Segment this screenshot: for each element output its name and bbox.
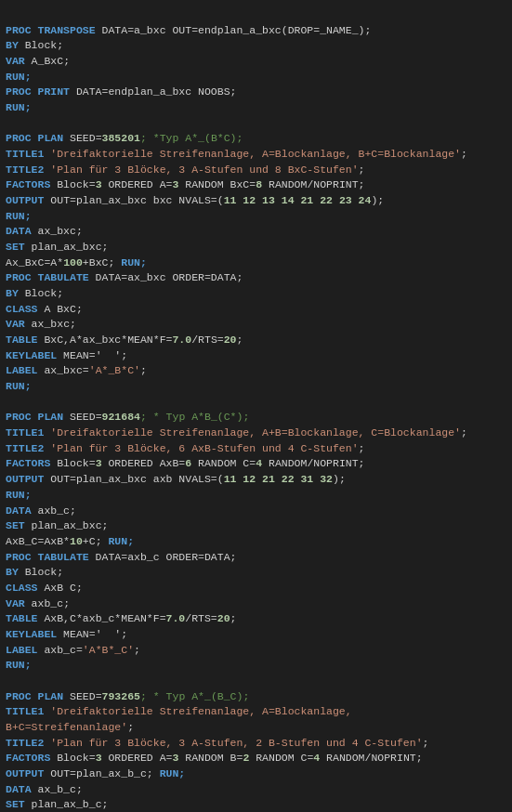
code-line: RUN;	[6, 379, 506, 395]
code-segment: ORDERED A=	[102, 178, 173, 190]
code-segment: BxC,A*ax_bxc*MEAN*F=	[38, 334, 173, 346]
code-segment: SEED=	[63, 690, 101, 702]
code-segment: OUTPUT	[6, 473, 44, 485]
code-segment: axb_c;	[25, 597, 70, 609]
code-line: FACTORS Block=3 ORDERED A=3 RANDOM B=2 R…	[6, 751, 506, 766]
code-segment: RANDOM C=	[249, 752, 313, 764]
code-segment: PROC PLAN	[6, 690, 63, 702]
code-line: FACTORS Block=3 ORDERED AxB=6 RANDOM C=4…	[6, 456, 506, 472]
code-segment: 921684	[102, 411, 140, 423]
code-segment: DATA	[6, 504, 32, 517]
code-line: BY Block;	[6, 38, 506, 54]
code-line: TITLE1 'Dreifaktorielle Streifenanlage, …	[6, 426, 506, 441]
code-segment: 3	[96, 178, 102, 190]
code-segment: ;	[423, 737, 429, 749]
code-segment: 'Plan für 3 Blöcke, 6 AxB-Stufen und 4 C…	[50, 442, 358, 454]
code-segment: 'Dreifaktorielle Streifenanlage, A=Block…	[50, 705, 351, 717]
code-segment: ORDERED A=	[102, 752, 173, 764]
code-segment: PROC PRINT	[6, 85, 70, 98]
code-segment: PROC PLAN	[6, 411, 63, 423]
code-segment: /RTS=	[185, 612, 217, 624]
code-segment: SET	[6, 519, 25, 531]
code-line: PROC PLAN SEED=921684; * Typ A*B_(C*);	[6, 410, 506, 426]
code-segment: VAR	[6, 55, 25, 67]
code-segment: A BxC;	[38, 303, 83, 315]
code-segment: 20	[217, 612, 230, 624]
code-segment: Block=	[50, 752, 95, 764]
code-line: LABEL ax_bxc='A*_B*C';	[6, 363, 506, 379]
code-segment: ax_bxc;	[32, 225, 83, 237]
code-line: PROC PLAN SEED=385201; *Typ A*_(B*C);	[6, 131, 506, 147]
code-line: VAR ax_bxc;	[6, 317, 506, 333]
code-segment: axb_c;	[32, 504, 76, 517]
code-line: KEYLABEL MEAN=' ';	[6, 627, 506, 643]
code-segment: TABLE	[6, 612, 38, 624]
code-segment: BY	[6, 287, 19, 299]
code-line: TITLE1 'Dreifaktorielle Streifenanlage, …	[6, 147, 506, 163]
code-segment: A_BxC;	[25, 55, 70, 67]
code-segment: plan_ax_bxc;	[25, 519, 109, 531]
code-segment: Block=	[50, 178, 95, 190]
code-segment: RUN;	[6, 210, 32, 222]
code-segment: VAR	[6, 318, 25, 330]
code-segment: TABLE	[6, 334, 38, 346]
code-segment: OUTPUT	[6, 767, 44, 779]
code-segment: RANDOM/NOPRINT;	[262, 457, 364, 469]
code-segment: 100	[63, 256, 83, 268]
code-segment: ;	[230, 612, 237, 624]
code-line: SET plan_ax_bxc;	[6, 518, 506, 534]
code-line: CLASS A BxC;	[6, 302, 506, 318]
code-line: FACTORS Block=3 ORDERED A=3 RANDOM BxC=8…	[6, 177, 506, 193]
code-segment: 'Dreifaktorielle Streifenanlage, A+B=Blo…	[50, 426, 461, 439]
code-segment: 793265	[102, 690, 140, 702]
code-line	[6, 674, 506, 689]
code-segment: FACTORS	[6, 178, 50, 190]
code-segment: RANDOM BxC=	[178, 178, 256, 190]
code-segment: ;	[127, 721, 134, 733]
code-line: TABLE AxB,C*axb_c*MEAN*F=7.0/RTS=20;	[6, 611, 506, 627]
code-line: RUN;	[6, 209, 506, 225]
code-segment: plan_ax_b_c;	[25, 798, 109, 810]
code-line: KEYLABEL MEAN=' ';	[6, 348, 506, 364]
code-segment: +C;	[83, 535, 102, 547]
code-segment: LABEL	[6, 644, 38, 656]
code-segment: RANDOM/NOPRINT;	[320, 752, 422, 764]
code-line: LABEL axb_c='A*B*_C';	[6, 643, 506, 659]
code-segment: SET	[6, 241, 25, 253]
code-segment: RANDOM C=	[191, 457, 256, 469]
code-line	[6, 395, 506, 411]
code-segment: RUN;	[6, 489, 32, 501]
code-line: PROC PRINT DATA=endplan_a_bxc NOOBS;	[6, 85, 506, 100]
code-line: PROC TRANSPOSE DATA=a_bxc OUT=endplan_a_…	[6, 23, 506, 39]
code-segment: ;	[461, 426, 467, 439]
code-segment: ax_b_c;	[32, 783, 83, 795]
code-line: RUN;	[6, 658, 506, 674]
code-segment: axb_c=	[38, 644, 83, 656]
code-segment: 'Plan für 3 Blöcke, 3 A-Stufen und 8 BxC…	[50, 164, 358, 176]
code-segment: Block;	[19, 39, 63, 51]
code-segment: Block;	[19, 287, 63, 299]
code-line: OUTPUT OUT=plan_ax_bxc bxc NVALS=(11 12 …	[6, 193, 506, 209]
code-line: PROC PLAN SEED=793265; * Typ A*_(B_C);	[6, 689, 506, 705]
code-line: RUN;	[6, 70, 506, 85]
code-line: PROC TABULATE DATA=ax_bxc ORDER=DATA;	[6, 270, 506, 286]
code-segment: DATA=axb_c ORDER=DATA;	[89, 551, 237, 563]
code-segment: ; * Typ A*_(B_C);	[140, 690, 249, 702]
code-line: AxB_C=AxB*10+C; RUN;	[6, 534, 506, 550]
code-segment: SEED=	[63, 411, 101, 423]
code-segment: Block=	[50, 457, 95, 469]
code-segment: RUN;	[114, 256, 147, 268]
code-segment: /RTS=	[191, 334, 224, 346]
code-segment: CLASS	[6, 582, 38, 594]
code-segment: );	[371, 194, 384, 206]
code-segment: TITLE1	[6, 705, 50, 717]
code-segment: 'Dreifaktorielle Streifenanlage, A=Block…	[50, 148, 461, 160]
code-segment: 11 12 13 14 21 22 23 24	[224, 194, 372, 206]
code-segment: AxB,C*axb_c*MEAN*F=	[38, 612, 166, 624]
code-segment: CLASS	[6, 303, 38, 315]
code-segment: OUT=plan_ax_bxc axb NVALS=(	[44, 473, 223, 485]
code-line: TITLE2 'Plan für 3 Blöcke, 6 AxB-Stufen …	[6, 441, 506, 457]
code-line: OUTPUT OUT=plan_ax_bxc axb NVALS=(11 12 …	[6, 472, 506, 488]
code-segment: KEYLABEL	[6, 349, 57, 361]
code-segment: DATA	[6, 783, 32, 795]
